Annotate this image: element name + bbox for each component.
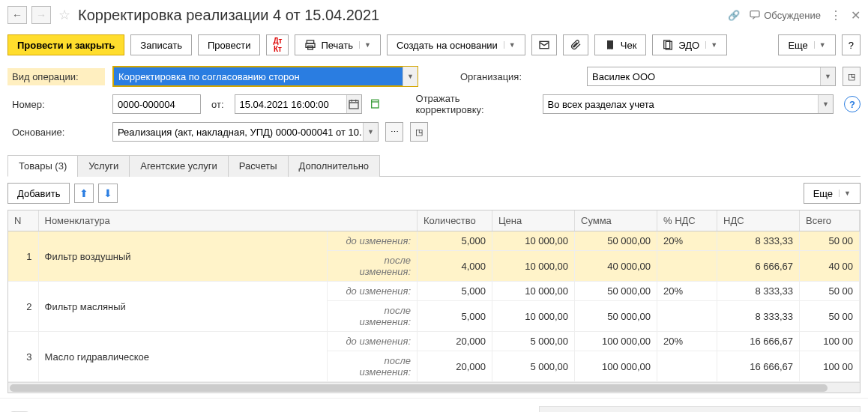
date-input[interactable] — [235, 94, 362, 114]
op-type-label: Вид операции: — [7, 68, 105, 85]
cell-sum[interactable]: 100 000,00 — [575, 332, 657, 351]
col-header-qty[interactable]: Количество — [418, 210, 492, 231]
dt-kt-button[interactable]: ДтКт — [266, 34, 289, 55]
cell-sum[interactable]: 50 000,00 — [575, 301, 657, 332]
post-and-close-button[interactable]: Провести и закрыть — [7, 34, 124, 55]
cell-vat-rate[interactable] — [657, 251, 717, 282]
cell-total[interactable]: 50 00 — [800, 231, 860, 251]
reflect-dropdown-icon[interactable]: ▼ — [818, 95, 833, 113]
tab-agent-services[interactable]: Агентские услуги — [129, 155, 229, 177]
cell-vat-rate[interactable]: 20% — [657, 231, 717, 251]
col-header-nomenclature[interactable]: Номенклатура — [38, 210, 418, 231]
nav-back[interactable]: ← — [7, 6, 27, 24]
col-header-vat-rate[interactable]: % НДС — [657, 210, 717, 231]
edo-button[interactable]: ЭДО ▼ — [652, 34, 727, 55]
basis-open-button[interactable]: ◳ — [410, 122, 428, 142]
cell-price[interactable]: 5 000,00 — [492, 332, 575, 351]
cell-vat[interactable]: 16 666,67 — [717, 332, 800, 351]
cell-vat[interactable]: 16 666,67 — [717, 351, 800, 382]
cell-price[interactable]: 10 000,00 — [492, 251, 575, 282]
table-row[interactable]: 3Масло гидравлическоедо изменения:20,000… — [8, 332, 860, 351]
cell-qty[interactable]: 5,000 — [418, 301, 492, 332]
calendar-icon[interactable] — [346, 95, 361, 113]
kebab-icon[interactable]: ⋮ — [830, 8, 842, 22]
cell-qty[interactable]: 5,000 — [418, 231, 492, 251]
horizontal-scrollbar[interactable] — [8, 382, 860, 393]
org-input[interactable] — [587, 67, 836, 86]
col-header-total[interactable]: Всего — [800, 210, 860, 231]
cell-total[interactable]: 50 00 — [800, 282, 860, 301]
move-up-button[interactable]: ⬆ — [74, 184, 94, 203]
cell-after-label: после изменения: — [328, 251, 418, 282]
tab-goods[interactable]: Товары (3) — [7, 155, 78, 177]
discuss-button[interactable]: Обсуждение — [749, 9, 821, 21]
basis-input[interactable] — [112, 122, 379, 142]
cell-nomenclature[interactable]: Фильтр воздушный — [38, 231, 328, 282]
cell-vat-rate[interactable]: 20% — [657, 332, 717, 351]
col-header-price[interactable]: Цена — [492, 210, 575, 231]
create-based-button[interactable]: Создать на основании ▼ — [387, 34, 525, 55]
cell-sum[interactable]: 100 000,00 — [575, 351, 657, 382]
cell-price[interactable]: 5 000,00 — [492, 351, 575, 382]
cell-total[interactable]: 50 00 — [800, 301, 860, 332]
cell-vat-rate[interactable] — [657, 351, 717, 382]
reflect-input[interactable] — [543, 94, 834, 114]
cell-before-label: до изменения: — [328, 231, 418, 251]
move-down-button[interactable]: ⬇ — [98, 184, 118, 203]
cell-price[interactable]: 10 000,00 — [492, 282, 575, 301]
cell-sum[interactable]: 50 000,00 — [575, 231, 657, 251]
more-button[interactable]: Еще ▼ — [778, 34, 835, 55]
tab-services[interactable]: Услуги — [77, 155, 130, 177]
add-row-button[interactable]: Добавить — [7, 183, 70, 204]
cell-price[interactable]: 10 000,00 — [492, 301, 575, 332]
save-button[interactable]: Записать — [130, 34, 192, 55]
org-open-button[interactable]: ◳ — [843, 67, 861, 86]
cell-total[interactable]: 40 00 — [800, 251, 860, 282]
cell-vat[interactable]: 8 333,33 — [717, 282, 800, 301]
link-icon[interactable]: 🔗 — [728, 10, 740, 21]
op-type-dropdown-icon[interactable]: ▼ — [403, 67, 418, 86]
help-button[interactable]: ? — [842, 34, 861, 55]
cell-qty[interactable]: 20,000 — [418, 332, 492, 351]
post-button[interactable]: Провести — [198, 34, 261, 55]
cell-total[interactable]: 100 00 — [800, 332, 860, 351]
cell-qty[interactable]: 5,000 — [418, 282, 492, 301]
help-badge[interactable]: ? — [844, 96, 861, 112]
table-row[interactable]: 1Фильтр воздушныйдо изменения:5,00010 00… — [8, 231, 860, 251]
basis-dropdown-icon[interactable]: ▼ — [363, 123, 378, 141]
attach-button[interactable] — [563, 34, 588, 55]
col-header-vat[interactable]: НДС — [717, 210, 800, 231]
cell-vat[interactable]: 8 333,33 — [717, 301, 800, 332]
cell-vat[interactable]: 6 666,67 — [717, 251, 800, 282]
tab-calculations[interactable]: Расчеты — [228, 155, 289, 177]
footer-totals: Всего: 190 000,00 руб. НДС (в т.ч.): 31 … — [539, 406, 861, 412]
cell-nomenclature[interactable]: Масло гидравлическое — [38, 332, 328, 382]
op-type-input[interactable] — [114, 67, 417, 85]
cell-total[interactable]: 100 00 — [800, 351, 860, 382]
cell-qty[interactable]: 4,000 — [418, 251, 492, 282]
cell-price[interactable]: 10 000,00 — [492, 231, 575, 251]
calendar-note-icon[interactable] — [370, 97, 382, 112]
cell-vat[interactable]: 8 333,33 — [717, 231, 800, 251]
nav-forward[interactable]: → — [31, 6, 51, 24]
print-button[interactable]: Печать ▼ — [295, 34, 381, 55]
cell-sum[interactable]: 40 000,00 — [575, 251, 657, 282]
org-dropdown-icon[interactable]: ▼ — [820, 67, 835, 85]
table-row[interactable]: 2Фильтр масляныйдо изменения:5,00010 000… — [8, 282, 860, 301]
tab-additional[interactable]: Дополнительно — [288, 155, 381, 177]
cell-vat-rate[interactable]: 20% — [657, 282, 717, 301]
favorite-icon[interactable]: ☆ — [58, 7, 70, 23]
number-input[interactable] — [112, 94, 201, 114]
col-header-n[interactable]: N — [8, 210, 38, 231]
tab-more-button[interactable]: Еще ▼ — [804, 183, 861, 204]
basis-dots-button[interactable]: ⋯ — [385, 122, 403, 142]
mail-button[interactable] — [531, 34, 557, 55]
receipt-button[interactable]: Чек — [594, 34, 647, 55]
cell-vat-rate[interactable] — [657, 301, 717, 332]
close-icon[interactable]: ✕ — [851, 8, 861, 22]
cell-nomenclature[interactable]: Фильтр масляный — [38, 282, 328, 332]
cell-qty[interactable]: 20,000 — [418, 351, 492, 382]
cell-sum[interactable]: 50 000,00 — [575, 282, 657, 301]
col-header-sum[interactable]: Сумма — [575, 210, 657, 231]
op-type-select[interactable]: ▼ — [112, 66, 418, 87]
